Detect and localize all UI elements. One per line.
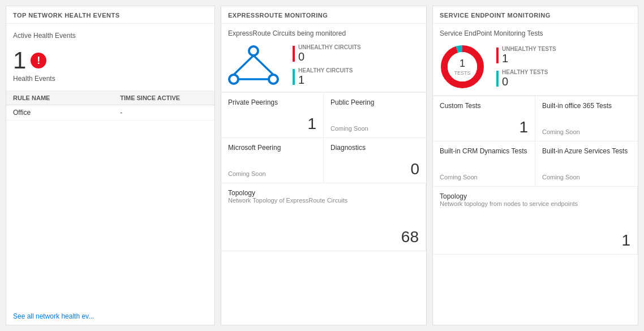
unhealthy-tests-label: UNHEALTHY TESTS (502, 46, 556, 52)
unhealthy-tests-bar (496, 48, 499, 63)
healthy-tests-label: HEALTHY TESTS (502, 69, 548, 75)
left-panel-header: TOP NETWORK HEALTH EVENTS (6, 6, 214, 24)
svg-point-0 (249, 46, 258, 55)
unhealthy-tests-count: 1 (502, 52, 556, 65)
error-icon: ! (31, 53, 46, 68)
svg-line-3 (234, 55, 254, 75)
table-header: RULE NAME TIME SINCE ACTIVE (6, 91, 214, 105)
public-peering-subtitle: Coming Soon (330, 125, 419, 132)
tile-topology-mid[interactable]: Topology Network Topology of ExpressRout… (221, 183, 426, 251)
custom-tests-count: 1 (440, 119, 528, 135)
builtin-azure-subtitle: Coming Soon (542, 174, 631, 180)
svg-point-2 (269, 75, 278, 84)
donut-label: TESTS (454, 70, 470, 76)
tile-topology-right[interactable]: Topology Network topology from nodes to … (433, 187, 638, 255)
healthy-circuits-count: 1 (298, 74, 353, 86)
rule-name-cell: Office (13, 109, 120, 117)
diagnostics-count: 0 (330, 161, 419, 177)
topology-mid-subtitle: Network Topology of ExpressRoute Circuit… (228, 197, 419, 204)
col-time-active: TIME SINCE ACTIVE (120, 94, 208, 101)
service-top: Service EndPoint Monitoring Tests 1 TEST (433, 24, 638, 96)
unhealthy-bar (293, 46, 295, 62)
tile-builtin-365[interactable]: Built-in office 365 Tests Coming Soon (535, 96, 638, 141)
topology-right-subtitle: Network topology from nodes to service e… (440, 200, 630, 207)
active-health-label: Active Health Events (13, 32, 208, 40)
unhealthy-circuits-item: UNHEALTHY CIRCUITS 0 (293, 44, 361, 63)
test-legend: UNHEALTHY TESTS 1 HEALTHY TESTS 0 (496, 46, 556, 88)
topology-right-count: 1 (440, 233, 630, 248)
left-panel: TOP NETWORK HEALTH EVENTS Active Health … (6, 6, 215, 325)
health-events-label: Health Events (13, 75, 208, 83)
events-table: RULE NAME TIME SINCE ACTIVE Office - (6, 91, 214, 308)
time-active-cell: - (120, 109, 208, 117)
expressroute-label: ExpressRoute Circuits being monitored (228, 29, 419, 37)
tile-builtin-crm[interactable]: Built-in CRM Dynamics Tests Coming Soon (433, 141, 535, 187)
right-tile-grid: Custom Tests 1 Built-in office 365 Tests… (433, 96, 638, 255)
donut-chart: 1 TESTS (440, 44, 485, 89)
builtin-crm-title: Built-in CRM Dynamics Tests (440, 147, 528, 155)
builtin-365-subtitle: Coming Soon (542, 128, 631, 135)
builtin-azure-title: Built-in Azure Services Tests (542, 147, 631, 155)
healthy-tests-count: 0 (502, 75, 548, 88)
health-count: 1 (13, 49, 26, 72)
microsoft-peering-subtitle: Coming Soon (228, 170, 316, 177)
col-rule-name: RULE NAME (13, 94, 120, 101)
tile-custom-tests[interactable]: Custom Tests 1 (433, 96, 535, 141)
tile-diagnostics[interactable]: Diagnostics 0 (324, 138, 426, 183)
healthy-bar (293, 69, 295, 85)
unhealthy-tests-item: UNHEALTHY TESTS 1 (496, 46, 556, 65)
mid-panel: EXPRESSROUTE MONITORING ExpressRoute Cir… (221, 6, 427, 325)
tile-builtin-azure[interactable]: Built-in Azure Services Tests Coming Soo… (535, 141, 638, 187)
svg-line-4 (254, 55, 273, 75)
unhealthy-circuits-label: UNHEALTHY CIRCUITS (298, 44, 361, 50)
custom-tests-title: Custom Tests (440, 102, 528, 110)
builtin-365-title: Built-in office 365 Tests (542, 102, 631, 110)
healthy-circuits-item: HEALTHY CIRCUITS 1 (293, 67, 361, 86)
right-panel: SERVICE ENDPOINT MONITORING Service EndP… (432, 6, 638, 325)
diagnostics-title: Diagnostics (330, 144, 419, 152)
private-peerings-count: 1 (228, 116, 316, 132)
healthy-tests-item: HEALTHY TESTS 0 (496, 69, 556, 88)
circuit-legend: UNHEALTHY CIRCUITS 0 HEALTHY CIRCUITS 1 (293, 44, 361, 86)
see-all-link[interactable]: See all network health ev... (13, 312, 94, 320)
private-peerings-title: Private Peerings (228, 98, 316, 106)
builtin-crm-subtitle: Coming Soon (440, 174, 528, 180)
healthy-tests-bar (496, 71, 499, 87)
dashboard: TOP NETWORK HEALTH EVENTS Active Health … (0, 0, 644, 331)
tile-private-peerings[interactable]: Private Peerings 1 (221, 93, 324, 138)
tile-public-peering[interactable]: Public Peering Coming Soon (324, 93, 426, 138)
unhealthy-circuits-count: 0 (298, 50, 361, 63)
left-panel-footer: See all network health ev... (6, 308, 214, 325)
topology-mid-title: Topology (228, 189, 419, 197)
health-section: Active Health Events 1 ! Health Events (6, 24, 214, 91)
mid-panel-header: EXPRESSROUTE MONITORING (221, 6, 426, 24)
topology-right-title: Topology (440, 192, 630, 200)
svg-point-1 (229, 75, 238, 84)
mid-tile-grid: Private Peerings 1 Public Peering Coming… (221, 92, 426, 251)
healthy-circuits-label: HEALTHY CIRCUITS (298, 67, 353, 74)
public-peering-title: Public Peering (330, 98, 419, 106)
network-triangle-icon (228, 45, 279, 85)
topology-mid-count: 68 (228, 229, 419, 245)
table-row: Office - (6, 105, 214, 121)
right-panel-header: SERVICE ENDPOINT MONITORING (433, 6, 638, 24)
donut-count: 1 (454, 58, 470, 70)
expressroute-top: ExpressRoute Circuits being monitored UN (221, 24, 426, 92)
service-label: Service EndPoint Monitoring Tests (440, 29, 631, 37)
tile-microsoft-peering[interactable]: Microsoft Peering Coming Soon (221, 138, 324, 183)
microsoft-peering-title: Microsoft Peering (228, 144, 316, 152)
